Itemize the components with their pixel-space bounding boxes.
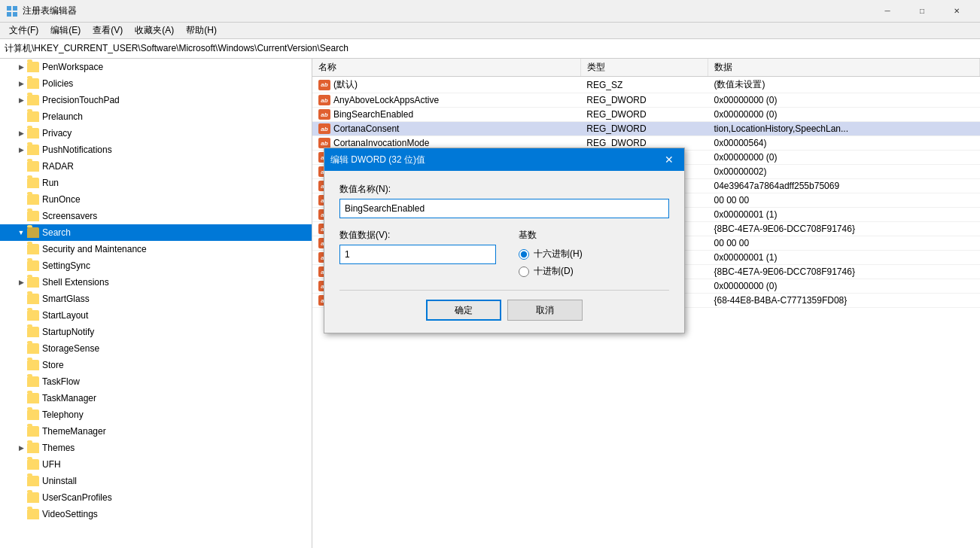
tree-label: ThemeManager [42, 426, 106, 437]
value-input[interactable] [339, 245, 496, 264]
tree-item-startupnotify[interactable]: StartupNotify [0, 324, 312, 340]
expand-arrow: ▶ [15, 78, 27, 90]
tree-label: StartupNotify [42, 327, 94, 337]
folder-icon [27, 459, 39, 470]
breadcrumb: 计算机\HKEY_CURRENT_USER\Software\Microsoft… [0, 39, 980, 59]
folder-icon [27, 376, 39, 387]
tree-item-uninstall[interactable]: Uninstall [0, 473, 312, 489]
tree-item-startlayout[interactable]: StartLayout [0, 307, 312, 324]
menu-favorites[interactable]: 收藏夹(A) [129, 23, 180, 38]
menu-file[interactable]: 文件(F) [3, 23, 44, 38]
minimize-button[interactable]: ─ [870, 0, 905, 23]
app-title: 注册表编辑器 [23, 5, 870, 17]
ok-button[interactable]: 确定 [426, 300, 501, 321]
tree-item-taskmanager[interactable]: TaskManager [0, 390, 312, 406]
radio-hex[interactable]: 十六进制(H) [519, 248, 669, 260]
tree-item-security[interactable]: Security and Maintenance [0, 241, 312, 257]
tree-item-radar[interactable]: RADAR [0, 158, 312, 175]
app-icon [6, 5, 18, 17]
tree-panel: ▶ PenWorkspace ▶ Policies ▶ PrecisionTou… [0, 59, 312, 548]
expand-arrow: ▶ [15, 144, 27, 156]
tree-item-penworkspace[interactable]: ▶ PenWorkspace [0, 59, 312, 75]
tree-item-telephony[interactable]: Telephony [0, 406, 312, 423]
cancel-button[interactable]: 取消 [507, 300, 583, 321]
svg-rect-1 [13, 6, 17, 11]
radio-dec-input[interactable] [519, 266, 529, 277]
tree-item-smartglass[interactable]: SmartGlass [0, 291, 312, 307]
tree-item-ufh[interactable]: UFH [0, 456, 312, 473]
folder-icon [27, 443, 39, 453]
folder-icon [27, 260, 39, 271]
tree-item-userscanprofiles[interactable]: UserScanProfiles [0, 489, 312, 506]
tree-item-store[interactable]: Store [0, 357, 312, 373]
tree-label: Prelaunch [42, 111, 83, 122]
tree-item-pushnotifications[interactable]: ▶ PushNotifications [0, 142, 312, 158]
tree-label: PushNotifications [42, 145, 112, 155]
svg-rect-2 [7, 12, 11, 17]
base-label: 基数 [519, 229, 669, 242]
folder-icon [27, 244, 39, 254]
menu-help[interactable]: 帮助(H) [180, 23, 223, 38]
folder-icon [27, 310, 39, 321]
maximize-button[interactable]: □ [905, 0, 939, 23]
menu-view[interactable]: 查看(V) [87, 23, 129, 38]
folder-icon [27, 409, 39, 420]
tree-item-policies[interactable]: ▶ Policies [0, 75, 312, 92]
tree-item-run[interactable]: Run [0, 175, 312, 191]
tree-item-thememanager[interactable]: ThemeManager [0, 423, 312, 440]
expand-arrow: ▶ [15, 442, 27, 454]
tree-item-prelaunch[interactable]: Prelaunch [0, 108, 312, 125]
tree-label: VideoSettings [42, 509, 98, 519]
tree-item-taskflow[interactable]: TaskFlow [0, 373, 312, 390]
tree-label: Security and Maintenance [42, 244, 147, 254]
menu-edit[interactable]: 编辑(E) [44, 23, 87, 38]
tree-label: Store [42, 360, 64, 370]
name-field-label: 数值名称(N): [339, 183, 669, 196]
tree-label: PenWorkspace [42, 62, 103, 72]
radio-group: 十六进制(H) 十进制(D) [519, 248, 669, 278]
folder-icon [27, 360, 39, 370]
close-button[interactable]: ✕ [939, 0, 974, 23]
radio-hex-label: 十六进制(H) [534, 248, 583, 260]
tree-label: UFH [42, 459, 61, 470]
tree-item-runonce[interactable]: RunOnce [0, 191, 312, 208]
table-row[interactable]: abBingSearchEnabled REG_DWORD 0x00000000… [312, 108, 980, 122]
name-input[interactable] [339, 199, 669, 218]
folder-icon [27, 211, 39, 221]
tree-item-search[interactable]: ▼ Search [0, 224, 312, 241]
menubar: 文件(F) 编辑(E) 查看(V) 收藏夹(A) 帮助(H) [0, 23, 980, 39]
tree-label: TaskFlow [42, 376, 80, 387]
expand-arrow: ▶ [15, 276, 27, 288]
dialog-close-button[interactable]: ✕ [660, 151, 678, 169]
base-section: 基数 十六进制(H) 十进制(D) [519, 229, 669, 278]
expand-arrow: ▼ [15, 227, 27, 239]
folder-icon [27, 476, 39, 486]
tree-label: RADAR [42, 161, 74, 172]
tree-item-shellextensions[interactable]: ▶ Shell Extensions [0, 274, 312, 291]
col-header-type: 类型 [580, 59, 708, 77]
tree-label: Policies [42, 78, 73, 89]
table-row[interactable]: ab(默认) REG_SZ (数值未设置) [312, 77, 980, 93]
folder-icon [27, 194, 39, 205]
tree-label: PrecisionTouchPad [42, 95, 120, 105]
value-section: 数值数据(V): [339, 229, 496, 278]
tree-item-themes[interactable]: ▶ Themes [0, 440, 312, 456]
folder-icon [27, 161, 39, 172]
tree-item-storagesense[interactable]: StorageSense [0, 340, 312, 357]
tree-item-privacy[interactable]: ▶ Privacy [0, 125, 312, 142]
table-row[interactable]: abCortanaConsent REG_DWORD tion,Location… [312, 122, 980, 136]
tree-item-settingsync[interactable]: SettingSync [0, 257, 312, 274]
folder-icon [27, 178, 39, 188]
expand-arrow: ▶ [15, 127, 27, 139]
dialog-body: 数值名称(N): 数值数据(V): 基数 十六进制(H) 十进制(D) [324, 171, 684, 290]
tree-label: TaskManager [42, 393, 96, 403]
tree-item-precisiontouchpad[interactable]: ▶ PrecisionTouchPad [0, 92, 312, 108]
value-field-label: 数值数据(V): [339, 229, 496, 242]
tree-item-screensavers[interactable]: Screensavers [0, 208, 312, 224]
radio-dec[interactable]: 十进制(D) [519, 265, 669, 278]
table-row[interactable]: abAnyAboveLockAppsActive REG_DWORD 0x000… [312, 93, 980, 108]
folder-icon [27, 492, 39, 503]
tree-item-videosettings[interactable]: VideoSettings [0, 506, 312, 522]
expand-arrow: ▶ [15, 94, 27, 106]
radio-hex-input[interactable] [519, 249, 529, 260]
